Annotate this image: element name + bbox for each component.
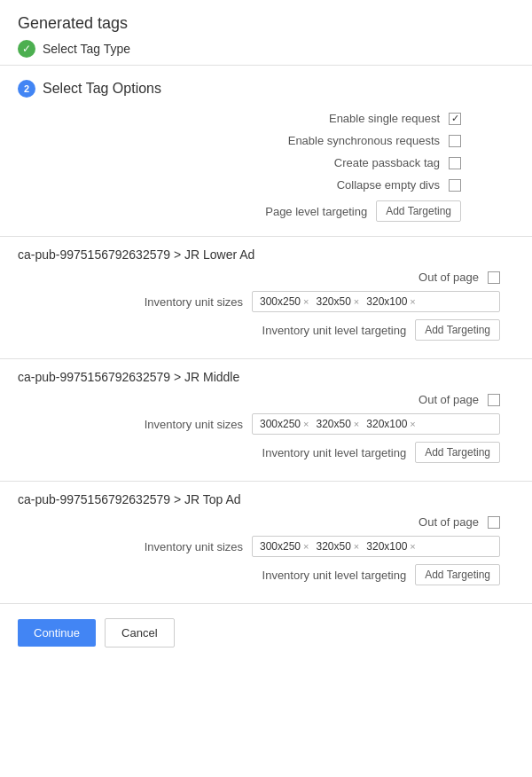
inventory-container: ca-pub-9975156792632579 > JR Lower Ad Ou… (0, 237, 532, 604)
size-tag-middle-0: 300x250× (260, 418, 309, 430)
enable-single-request-row: Enable single request (18, 112, 514, 125)
size-tag-lower-ad-0: 300x250× (260, 295, 309, 308)
inventory-section-top-ad: ca-pub-9975156792632579 > JR Top Ad Out … (0, 482, 532, 604)
footer: Continue Cancel (0, 604, 532, 662)
targeting-label-middle: Inventory unit level targeting (262, 446, 407, 459)
inventory-section-middle: ca-pub-9975156792632579 > JR Middle Out … (0, 359, 532, 482)
out-of-page-checkbox-lower-ad[interactable] (488, 271, 500, 284)
page-level-targeting-label: Page level targeting (225, 205, 367, 218)
out-of-page-label-top-ad: Out of page (337, 515, 479, 529)
sizes-label-lower-ad: Inventory unit sizes (101, 295, 243, 309)
out-of-page-checkbox-middle[interactable] (488, 394, 500, 406)
sizes-row-lower-ad: Inventory unit sizes300x250×320x50×320x1… (18, 291, 514, 312)
sizes-row-top-ad: Inventory unit sizes300x250×320x50×320x1… (18, 536, 514, 557)
add-targeting-button-middle[interactable]: Add Targeting (415, 442, 500, 463)
sizes-label-middle: Inventory unit sizes (101, 418, 243, 431)
enable-synchronous-row: Enable synchronous requests (18, 134, 514, 147)
targeting-label-top-ad: Inventory unit level targeting (262, 569, 407, 582)
size-remove-icon-top-ad-0[interactable]: × (303, 541, 309, 552)
enable-single-request-checkbox[interactable] (449, 113, 461, 125)
add-targeting-button-lower-ad[interactable]: Add Targeting (415, 319, 500, 341)
collapse-empty-label: Collapse empty divs (298, 178, 440, 192)
out-of-page-label-lower-ad: Out of page (337, 271, 479, 284)
sizes-box-lower-ad: 300x250×320x50×320x100× (252, 291, 500, 312)
enable-synchronous-checkbox[interactable] (449, 135, 461, 147)
size-remove-icon-middle-0[interactable]: × (303, 419, 309, 429)
size-remove-icon-lower-ad-1[interactable]: × (354, 296, 359, 307)
size-tag-top-ad-1: 320x50× (316, 540, 359, 553)
out-of-page-row-middle: Out of page (18, 393, 514, 406)
sizes-label-top-ad: Inventory unit sizes (101, 540, 243, 553)
create-passback-label: Create passback tag (298, 156, 440, 169)
enable-synchronous-label: Enable synchronous requests (288, 134, 440, 147)
size-remove-icon-top-ad-2[interactable]: × (410, 541, 415, 552)
size-tag-top-ad-2: 320x100× (366, 540, 415, 553)
sizes-box-middle: 300x250×320x50×320x100× (252, 413, 500, 435)
header: Generated tags ✓ Select Tag Type (0, 0, 532, 66)
size-remove-icon-lower-ad-2[interactable]: × (410, 296, 415, 307)
size-remove-icon-middle-2[interactable]: × (410, 419, 415, 429)
step1-label: Select Tag Type (43, 42, 130, 56)
step2-row: 2 Select Tag Options (18, 80, 514, 98)
targeting-label-lower-ad: Inventory unit level targeting (262, 324, 407, 337)
inventory-header-top-ad: ca-pub-9975156792632579 > JR Top Ad (18, 492, 514, 506)
enable-single-request-label: Enable single request (298, 112, 440, 125)
targeting-row-top-ad: Inventory unit level targeting Add Targe… (18, 564, 514, 585)
collapse-empty-checkbox[interactable] (449, 179, 461, 192)
targeting-row-middle: Inventory unit level targeting Add Targe… (18, 442, 514, 463)
add-targeting-button-top-ad[interactable]: Add Targeting (415, 564, 500, 585)
size-tag-top-ad-0: 300x250× (260, 540, 309, 553)
step1-check-icon: ✓ (18, 40, 35, 58)
size-tag-middle-1: 320x50× (316, 418, 359, 430)
size-remove-icon-lower-ad-0[interactable]: × (303, 296, 309, 307)
size-tag-lower-ad-2: 320x100× (366, 295, 415, 308)
step1-row: ✓ Select Tag Type (18, 40, 514, 58)
step2-label: Select Tag Options (43, 81, 161, 97)
size-remove-icon-top-ad-1[interactable]: × (354, 541, 359, 552)
page-level-targeting-row: Page level targeting Add Targeting (18, 200, 514, 222)
sizes-box-top-ad: 300x250×320x50×320x100× (252, 536, 500, 557)
size-tag-lower-ad-1: 320x50× (316, 295, 359, 308)
out-of-page-row-top-ad: Out of page (18, 515, 514, 529)
targeting-row-lower-ad: Inventory unit level targeting Add Targe… (18, 319, 514, 341)
size-remove-icon-middle-1[interactable]: × (354, 419, 359, 429)
out-of-page-label-middle: Out of page (337, 393, 479, 406)
size-tag-middle-2: 320x100× (366, 418, 415, 430)
collapse-empty-row: Collapse empty divs (18, 178, 514, 192)
sizes-row-middle: Inventory unit sizes300x250×320x50×320x1… (18, 413, 514, 435)
page-level-targeting-button[interactable]: Add Targeting (376, 200, 461, 222)
out-of-page-checkbox-top-ad[interactable] (488, 516, 500, 529)
step2-number: 2 (18, 80, 35, 98)
step2-section: 2 Select Tag Options Enable single reque… (0, 66, 532, 237)
create-passback-checkbox[interactable] (449, 157, 461, 169)
inventory-header-lower-ad: ca-pub-9975156792632579 > JR Lower Ad (18, 247, 514, 262)
out-of-page-row-lower-ad: Out of page (18, 271, 514, 284)
cancel-button[interactable]: Cancel (105, 618, 174, 648)
create-passback-row: Create passback tag (18, 156, 514, 169)
inventory-header-middle: ca-pub-9975156792632579 > JR Middle (18, 370, 514, 384)
continue-button[interactable]: Continue (18, 619, 96, 647)
page-title: Generated tags (18, 14, 514, 33)
inventory-section-lower-ad: ca-pub-9975156792632579 > JR Lower Ad Ou… (0, 237, 532, 359)
